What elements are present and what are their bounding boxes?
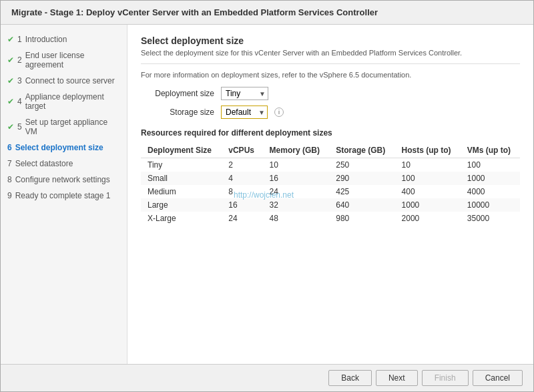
table-row: Tiny21025010100 <box>141 158 520 172</box>
storage-info-icon[interactable]: i <box>274 108 284 117</box>
table-cell: 10000 <box>461 198 520 212</box>
table-cell: Large <box>141 198 222 212</box>
deployment-size-select[interactable]: Tiny Small Medium Large X-Large <box>221 87 268 100</box>
storage-size-row: Storage size Default Large ▼ i <box>141 106 520 119</box>
main-panel: Select deployment size Select the deploy… <box>127 25 533 364</box>
next-button[interactable]: Next <box>376 370 418 386</box>
deployment-size-label: Deployment size <box>141 89 214 98</box>
sidebar-item-num: 7 <box>7 159 12 168</box>
sidebar-item-1[interactable]: ✔1 Introduction <box>1 31 127 47</box>
deployment-size-wrapper[interactable]: Tiny Small Medium Large X-Large ▼ <box>221 87 268 100</box>
col-header: Hosts (up to) <box>395 143 461 158</box>
cancel-button[interactable]: Cancel <box>473 370 523 386</box>
sidebar-item-num: 3 <box>17 76 22 85</box>
table-header-row: Deployment SizevCPUsMemory (GB)Storage (… <box>141 143 520 158</box>
table-cell: 48 <box>263 212 330 225</box>
sidebar: ✔1 Introduction✔2 End user license agree… <box>1 25 127 364</box>
sidebar-item-num: 4 <box>17 97 22 106</box>
check-icon: ✔ <box>7 76 14 85</box>
sidebar-item-num: 5 <box>17 122 22 132</box>
table-cell: 980 <box>329 212 394 225</box>
resources-section: Resources required for different deploym… <box>141 128 520 225</box>
storage-size-select[interactable]: Default Large <box>221 106 268 119</box>
table-cell: 640 <box>329 198 394 212</box>
table-cell: X-Large <box>141 212 222 225</box>
table-cell: 10 <box>263 158 330 172</box>
table-row: Medium8244254004000 <box>141 185 520 198</box>
table-cell: 4 <box>222 172 262 185</box>
sidebar-item-7[interactable]: 7 Select datastore <box>1 156 127 172</box>
table-cell: 10 <box>395 158 461 172</box>
resources-table-body: Tiny21025010100Small4162901001000Medium8… <box>141 158 520 226</box>
sidebar-item-4[interactable]: ✔4 Appliance deployment target <box>1 89 127 114</box>
sidebar-item-5[interactable]: ✔5 Set up target appliance VM <box>1 114 127 140</box>
resources-table: Deployment SizevCPUsMemory (GB)Storage (… <box>141 143 520 225</box>
table-cell: 1000 <box>395 198 461 212</box>
table-cell: Tiny <box>141 158 222 172</box>
check-icon: ✔ <box>7 55 14 65</box>
sidebar-item-label: Select deployment size <box>15 143 103 152</box>
sidebar-item-num: 1 <box>17 35 22 44</box>
table-cell: 24 <box>222 212 262 225</box>
table-cell: 2 <box>222 158 262 172</box>
sidebar-item-2[interactable]: ✔2 End user license agreement <box>1 47 127 73</box>
main-window: Migrate - Stage 1: Deploy vCenter Server… <box>0 0 534 392</box>
sidebar-item-num: 2 <box>17 55 22 65</box>
window-title: Migrate - Stage 1: Deploy vCenter Server… <box>11 7 378 17</box>
sidebar-item-label: End user license agreement <box>25 51 120 69</box>
table-cell: 4000 <box>461 185 520 198</box>
sidebar-item-9[interactable]: 9 Ready to complete stage 1 <box>1 188 127 204</box>
sidebar-item-label: Ready to complete stage 1 <box>15 191 111 200</box>
sidebar-item-num: 8 <box>7 175 12 184</box>
sidebar-item-label: Connect to source server <box>25 76 115 85</box>
table-cell: 24 <box>263 185 330 198</box>
table-cell: 100 <box>461 158 520 172</box>
back-button[interactable]: Back <box>328 370 372 386</box>
finish-button: Finish <box>422 370 469 386</box>
sidebar-item-8[interactable]: 8 Configure network settings <box>1 172 127 188</box>
col-header: Deployment Size <box>141 143 222 158</box>
sidebar-item-label: Configure network settings <box>15 175 110 184</box>
table-cell: 16 <box>263 172 330 185</box>
table-cell: Medium <box>141 185 222 198</box>
panel-title: Select deployment size <box>141 35 520 46</box>
col-header: vCPUs <box>222 143 262 158</box>
check-icon: ✔ <box>7 122 14 132</box>
table-cell: 35000 <box>461 212 520 225</box>
col-header: Storage (GB) <box>329 143 394 158</box>
panel-subtitle: Select the deployment size for this vCen… <box>141 49 520 64</box>
resources-title: Resources required for different deploym… <box>141 128 520 138</box>
table-row: Small4162901001000 <box>141 172 520 185</box>
table-cell: 290 <box>329 172 394 185</box>
table-row: X-Large2448980200035000 <box>141 212 520 225</box>
table-cell: 16 <box>222 198 262 212</box>
info-text: For more information on deployment sizes… <box>141 71 520 79</box>
col-header: Memory (GB) <box>263 143 330 158</box>
storage-size-wrapper[interactable]: Default Large ▼ <box>221 106 268 119</box>
table-cell: 32 <box>263 198 330 212</box>
sidebar-item-num: 6 <box>7 143 12 152</box>
sidebar-item-6[interactable]: 6 Select deployment size <box>1 140 127 156</box>
sidebar-item-label: Appliance deployment target <box>25 92 120 111</box>
check-icon: ✔ <box>7 35 14 44</box>
sidebar-item-label: Select datastore <box>15 159 73 168</box>
table-cell: 100 <box>395 172 461 185</box>
table-cell: 250 <box>329 158 394 172</box>
table-cell: Small <box>141 172 222 185</box>
resources-table-head: Deployment SizevCPUsMemory (GB)Storage (… <box>141 143 520 158</box>
sidebar-item-label: Introduction <box>25 35 67 44</box>
table-cell: 400 <box>395 185 461 198</box>
footer: Back Next Finish Cancel <box>1 364 533 391</box>
table-cell: 2000 <box>395 212 461 225</box>
deployment-size-row: Deployment size Tiny Small Medium Large … <box>141 87 520 100</box>
content-area: ✔1 Introduction✔2 End user license agree… <box>1 25 533 364</box>
table-cell: 1000 <box>461 172 520 185</box>
col-header: VMs (up to) <box>461 143 520 158</box>
storage-size-label: Storage size <box>141 108 214 117</box>
table-cell: 8 <box>222 185 262 198</box>
title-bar: Migrate - Stage 1: Deploy vCenter Server… <box>1 1 533 25</box>
check-icon: ✔ <box>7 97 14 106</box>
table-cell: 425 <box>329 185 394 198</box>
sidebar-item-3[interactable]: ✔3 Connect to source server <box>1 73 127 89</box>
sidebar-item-num: 9 <box>7 191 12 200</box>
